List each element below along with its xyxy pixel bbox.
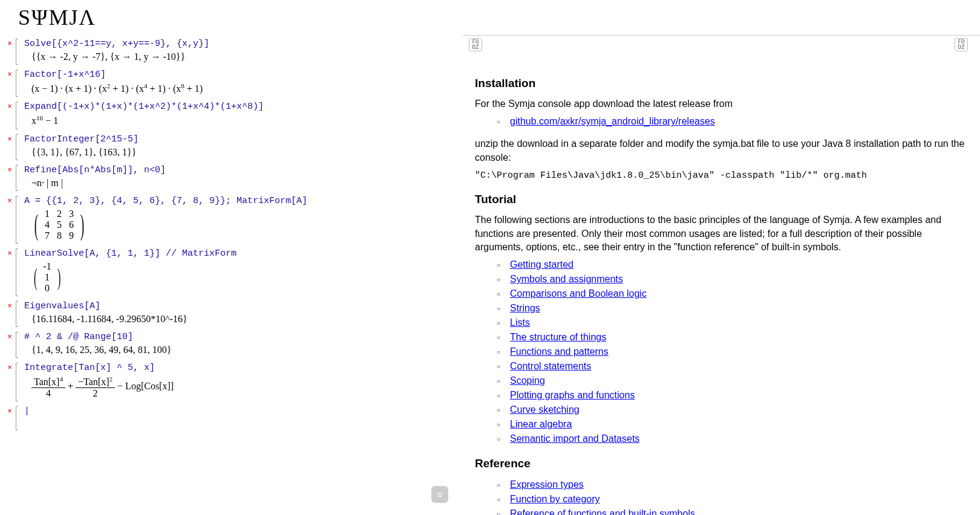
delete-cell-button[interactable]: × bbox=[6, 100, 13, 112]
cell-body[interactable]: Solve[{x^2-11==y, x+y==-9}, {x,y}]{{x → … bbox=[24, 37, 463, 66]
cell-output: {{3, 1}, {67, 1}, {163, 1}} bbox=[24, 147, 463, 158]
cell-body[interactable]: FactorInteger[2^15-5]{{3, 1}, {67, 1}, {… bbox=[24, 133, 463, 161]
delete-cell-button[interactable]: × bbox=[6, 195, 13, 207]
cell: ×Expand[(-1+x)*(1+x)*(1+x^2)*(1+x^4)*(1+… bbox=[0, 100, 463, 130]
cell-input[interactable]: # ^ 2 & /@ Range[10] bbox=[24, 332, 463, 342]
text-unzip: unzip the download in a separate folder … bbox=[475, 137, 968, 164]
console-pane: ×Solve[{x^2-11==y, x+y==-9}, {x,y}]{{x →… bbox=[0, 35, 463, 515]
cell-bracket bbox=[16, 248, 18, 296]
tutorial-link[interactable]: Functions and patterns bbox=[510, 346, 609, 357]
text-tutorial: The following sections are introductions… bbox=[475, 213, 968, 254]
delete-cell-button[interactable]: × bbox=[6, 247, 13, 259]
cell-input[interactable]: Eigenvalues[A] bbox=[24, 301, 463, 311]
delete-cell-button[interactable]: × bbox=[6, 164, 13, 176]
reference-link[interactable]: Reference of functions and built-in symb… bbox=[510, 508, 695, 515]
cell-body[interactable]: Expand[(-1+x)*(1+x)*(1+x^2)*(1+x^4)*(1+x… bbox=[24, 100, 463, 130]
cell-body[interactable]: LinearSolve[A, {1, 1, 1}] // MatrixForm(… bbox=[24, 247, 463, 297]
tutorial-link[interactable]: Linear algebra bbox=[510, 419, 572, 429]
reference-link-list: Expression typesFunction by categoryRefe… bbox=[500, 478, 968, 515]
cell-output: {16.11684, -1.11684, -9.29650*10^-16} bbox=[24, 314, 463, 325]
cell-output: (-110) bbox=[24, 261, 463, 294]
cell: ×Integrate[Tan[x] ^ 5, x]Tan[x]44 + −Tan… bbox=[0, 361, 463, 403]
cell-body[interactable]: Integrate[Tan[x] ^ 5, x]Tan[x]44 + −Tan[… bbox=[24, 361, 463, 403]
cell: ×# ^ 2 & /@ Range[10]{1, 4, 9, 16, 25, 3… bbox=[0, 331, 463, 359]
tutorial-link[interactable]: Semantic import and Datasets bbox=[510, 433, 639, 444]
heading-tutorial: Tutorial bbox=[475, 193, 968, 206]
doc-content: Installation For the Symja console app d… bbox=[475, 36, 968, 515]
cell: ×LinearSolve[A, {1, 1, 1}] // MatrixForm… bbox=[0, 247, 463, 297]
cell-input[interactable]: Integrate[Tan[x] ^ 5, x] bbox=[24, 363, 463, 373]
tutorial-link[interactable]: Scoping bbox=[510, 375, 545, 386]
cell-input[interactable]: FactorInteger[2^15-5] bbox=[24, 134, 463, 144]
cell-bracket bbox=[16, 406, 18, 430]
tutorial-link[interactable]: Strings bbox=[510, 303, 540, 313]
cell-output: (123456789) bbox=[24, 209, 463, 241]
cell: ×Factor[-1+x^16](x − 1) · (x + 1) · (x2 … bbox=[0, 68, 463, 98]
cell-output: Tan[x]44 + −Tan[x]22 − Log[Cos[x]] bbox=[24, 375, 463, 399]
cell-input[interactable]: Solve[{x^2-11==y, x+y==-9}, {x,y}] bbox=[24, 39, 463, 49]
tutorial-link[interactable]: Getting started bbox=[510, 259, 573, 270]
cell: ×FactorInteger[2^15-5]{{3, 1}, {67, 1}, … bbox=[0, 133, 463, 161]
text-install: For the Symja console app download the l… bbox=[475, 97, 968, 111]
link-releases[interactable]: github.com/axkr/symja_android_library/re… bbox=[510, 116, 715, 126]
cell-body[interactable]: A = {{1, 2, 3}, {4, 5, 6}, {7, 8, 9}}; M… bbox=[24, 195, 463, 245]
cell-output: (x − 1) · (x + 1) · (x2 + 1) · (x4 + 1) … bbox=[24, 82, 463, 94]
tutorial-link[interactable]: Control statements bbox=[510, 361, 591, 371]
delete-cell-button[interactable]: × bbox=[6, 133, 13, 145]
delete-cell-button[interactable]: × bbox=[6, 405, 13, 417]
delete-cell-button[interactable]: × bbox=[6, 300, 13, 312]
cell-bracket bbox=[16, 134, 18, 160]
equals-button[interactable]: = bbox=[431, 486, 448, 503]
cell-bracket bbox=[16, 363, 18, 401]
cell: ×A = {{1, 2, 3}, {4, 5, 6}, {7, 8, 9}}; … bbox=[0, 195, 463, 245]
cell-output: x16 − 1 bbox=[24, 114, 463, 126]
delete-cell-button[interactable]: × bbox=[6, 68, 13, 80]
heading-reference: Reference bbox=[475, 457, 968, 470]
cell-bracket bbox=[16, 70, 18, 97]
tutorial-link[interactable]: Plotting graphs and functions bbox=[510, 390, 635, 400]
cell-input[interactable]: A = {{1, 2, 3}, {4, 5, 6}, {7, 8, 9}}; M… bbox=[24, 196, 463, 206]
documentation-pane: FOOZ FOOZ Installation For the Symja con… bbox=[463, 35, 980, 515]
cell-output: {{x → -2, y → -7}, {x → 1, y → -10}} bbox=[24, 51, 463, 62]
cell-input[interactable]: Factor[-1+x^16] bbox=[24, 70, 463, 80]
tutorial-link[interactable]: The structure of things bbox=[510, 332, 606, 342]
tutorial-link[interactable]: Symbols and assignments bbox=[510, 274, 623, 284]
cell: ×Refine[Abs[n*Abs[m]], n<0]¬n· | m | bbox=[0, 164, 463, 192]
code-classpath: "C:\Program Files\Java\jdk1.8.0_25\bin\j… bbox=[475, 170, 867, 181]
cell: ×Solve[{x^2-11==y, x+y==-9}, {x,y}]{{x →… bbox=[0, 37, 463, 66]
cell-bracket bbox=[16, 332, 18, 358]
main-split: ×Solve[{x^2-11==y, x+y==-9}, {x,y}]{{x →… bbox=[0, 35, 980, 515]
delete-cell-button[interactable]: × bbox=[6, 331, 13, 343]
cell-body[interactable] bbox=[24, 405, 463, 423]
cell-output: {1, 4, 9, 16, 25, 36, 49, 64, 81, 100} bbox=[24, 345, 463, 355]
cell: × bbox=[0, 405, 463, 432]
doc-toolbar-button-left[interactable]: FOOZ bbox=[469, 38, 482, 51]
cell: ×Eigenvalues[A]{16.11684, -1.11684, -9.2… bbox=[0, 300, 463, 328]
cell-input[interactable]: Refine[Abs[n*Abs[m]], n<0] bbox=[24, 165, 463, 175]
cell-body[interactable]: Refine[Abs[n*Abs[m]], n<0]¬n· | m | bbox=[24, 164, 463, 192]
delete-cell-button[interactable]: × bbox=[6, 37, 13, 50]
cell-input[interactable]: Expand[(-1+x)*(1+x)*(1+x^2)*(1+x^4)*(1+x… bbox=[24, 102, 463, 112]
doc-toolbar-button-right[interactable]: FOOZ bbox=[955, 38, 968, 51]
cell-bracket bbox=[16, 102, 18, 129]
app-logo: SΨMJΛ bbox=[18, 5, 962, 30]
cell-input[interactable]: LinearSolve[A, {1, 1, 1}] // MatrixForm bbox=[24, 248, 463, 259]
cell-body[interactable]: # ^ 2 & /@ Range[10]{1, 4, 9, 16, 25, 36… bbox=[24, 331, 463, 359]
cell-bracket bbox=[16, 39, 18, 65]
tutorial-link[interactable]: Lists bbox=[510, 317, 530, 328]
header: SΨMJΛ bbox=[0, 0, 980, 35]
cell-output: ¬n· | m | bbox=[24, 178, 463, 189]
cell-body[interactable]: Eigenvalues[A]{16.11684, -1.11684, -9.29… bbox=[24, 300, 463, 328]
cell-bracket bbox=[16, 165, 18, 191]
cell-bracket bbox=[16, 301, 18, 327]
cell-body[interactable]: Factor[-1+x^16](x − 1) · (x + 1) · (x2 +… bbox=[24, 68, 463, 98]
cell-input[interactable] bbox=[24, 406, 463, 416]
reference-link[interactable]: Function by category bbox=[510, 494, 600, 504]
tutorial-link[interactable]: Curve sketching bbox=[510, 404, 580, 415]
cell-bracket bbox=[16, 196, 18, 244]
tutorial-link-list: Getting startedSymbols and assignmentsCo… bbox=[500, 258, 968, 446]
delete-cell-button[interactable]: × bbox=[6, 361, 13, 374]
tutorial-link[interactable]: Comparisons and Boolean logic bbox=[510, 288, 647, 299]
heading-installation: Installation bbox=[475, 77, 968, 90]
reference-link[interactable]: Expression types bbox=[510, 479, 584, 490]
